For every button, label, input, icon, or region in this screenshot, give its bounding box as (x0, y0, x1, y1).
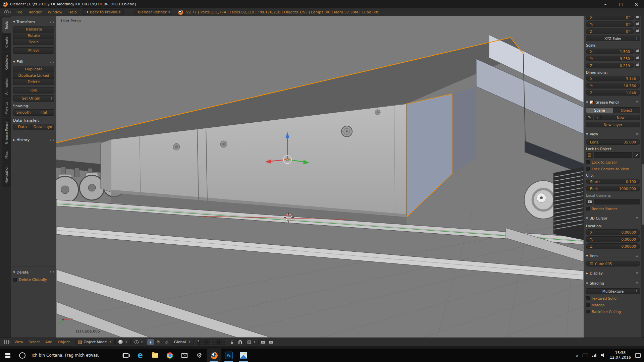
panel-grip-icon[interactable] (50, 60, 54, 63)
lock-button[interactable] (635, 28, 640, 34)
panel-grip-icon[interactable] (636, 101, 640, 104)
panel-header-item[interactable]: Item (586, 252, 640, 259)
tab-grease-pencil[interactable]: Grease Pencil (2, 118, 11, 147)
layer-cell[interactable] (203, 340, 205, 342)
render-engine-dropdown[interactable]: Blender Render (135, 9, 172, 15)
layer-cell[interactable] (212, 340, 214, 342)
lock-button[interactable] (635, 63, 640, 68)
backface-culling-row[interactable]: Backface Culling (586, 309, 640, 314)
transform-orientation-dropdown[interactable]: Global (171, 339, 194, 345)
render-border-row[interactable]: Render Border (586, 206, 640, 212)
matcap-row[interactable]: Matcap (586, 302, 640, 308)
speaker-icon[interactable] (601, 353, 605, 357)
panel-header-display[interactable]: Display (586, 270, 640, 277)
3d-viewport[interactable]: User Persp (1) Cube.005 (56, 16, 584, 338)
opengl-render-anim-button[interactable] (267, 339, 275, 345)
duplicate-button[interactable]: Duplicate (13, 66, 54, 72)
layer-cell[interactable] (205, 340, 208, 342)
panel-grip-icon[interactable] (636, 272, 640, 275)
checkbox-icon[interactable] (586, 167, 590, 171)
flat-button[interactable]: Flat (34, 109, 54, 116)
camera-picker-field[interactable] (594, 199, 640, 204)
layer-cell[interactable] (220, 340, 222, 342)
tray-expand-icon[interactable] (576, 353, 578, 358)
rotation-y-field[interactable]: Y:0° (586, 21, 634, 27)
layer-cell[interactable] (217, 340, 220, 342)
viewport-menu-select[interactable]: Select (26, 340, 42, 344)
layer-cell[interactable] (215, 342, 217, 345)
rotation-z-field[interactable]: Z:0° (586, 28, 634, 34)
scene-lock-button[interactable] (228, 339, 236, 345)
layer-cell[interactable] (223, 342, 225, 345)
layer-cell[interactable] (200, 342, 202, 345)
object-picker-icon-button[interactable] (586, 152, 593, 158)
panel-grip-icon[interactable] (636, 133, 640, 136)
tab-relations[interactable]: Relations (2, 52, 11, 74)
manipulator-translate-toggle[interactable] (147, 339, 154, 345)
network-icon[interactable] (592, 354, 596, 357)
panel-header-grease-pencil[interactable]: Grease Pencil (586, 99, 640, 106)
panel-grip-icon[interactable] (50, 271, 54, 274)
tab-physics[interactable]: Physics (2, 99, 11, 117)
layer-cell[interactable] (217, 342, 220, 345)
panel-header-history[interactable]: History (13, 137, 54, 143)
layer-cell[interactable] (208, 342, 210, 345)
taskbar-clock[interactable]: 15:38 12.07.2016 (610, 351, 631, 360)
lock-button[interactable] (635, 21, 640, 27)
new-button[interactable]: New (601, 115, 640, 120)
layer-cell[interactable] (200, 340, 202, 342)
touch-keyboard-icon[interactable] (583, 354, 588, 357)
panel-header-delete[interactable]: Delete (13, 269, 54, 275)
properties-scrollbar[interactable] (641, 16, 644, 338)
cursor-x-field[interactable]: X:0.00000 (586, 229, 640, 235)
task-view-button[interactable] (119, 349, 133, 362)
panel-header-shading[interactable]: Shading (586, 280, 640, 287)
layer-cell[interactable] (223, 340, 225, 342)
scale-button[interactable]: Scale (13, 39, 54, 45)
scale-z-field[interactable]: Z:0.219 (586, 63, 634, 68)
cursor-y-field[interactable]: Y:0.00000 (586, 236, 640, 242)
taskbar-app-photoshop[interactable]: Ps (221, 349, 236, 362)
lock-camera-to-view-row[interactable]: Lock Camera to View (586, 166, 640, 172)
layer-cell[interactable] (220, 342, 222, 345)
taskbar-app-blender[interactable] (207, 349, 221, 362)
viewport-menu-add[interactable]: Add (43, 340, 55, 344)
panel-header-3d-cursor[interactable]: 3D Cursor (586, 215, 640, 222)
taskbar-app-settings[interactable] (192, 349, 207, 362)
lock-button[interactable] (635, 16, 640, 20)
layer-cell[interactable] (212, 342, 214, 345)
layer-group-2[interactable] (212, 340, 225, 345)
clip-end-field[interactable]: End:1000.000 (586, 186, 640, 191)
panel-grip-icon[interactable] (636, 254, 640, 257)
layers-widget[interactable] (197, 340, 225, 345)
eyedropper-button[interactable] (633, 152, 640, 158)
clip-start-field[interactable]: Start:0.100 (586, 179, 640, 184)
scrollbar-thumb[interactable] (642, 164, 644, 225)
smooth-button[interactable]: Smooth (13, 109, 34, 116)
mode-dropdown[interactable]: Object Mode (75, 339, 115, 345)
rotation-mode-dropdown[interactable]: XYZ Euler (586, 36, 640, 41)
data-button[interactable]: Data (13, 124, 32, 130)
panel-grip-icon[interactable] (50, 138, 54, 141)
viewport-scene[interactable] (56, 16, 584, 338)
panel-grip-icon[interactable] (636, 217, 640, 220)
layer-cell[interactable] (205, 342, 208, 345)
dimensions-x-field[interactable]: X:3.146 (586, 76, 640, 81)
tab-navigation[interactable]: Navigation (2, 162, 11, 187)
menu-window[interactable]: Window (45, 10, 65, 14)
menu-help[interactable]: Help (65, 10, 80, 14)
object-name-field[interactable]: Cube.005 (586, 261, 640, 266)
checkbox-icon[interactable] (586, 160, 590, 164)
editor-type-button[interactable] (4, 339, 11, 345)
maximize-button[interactable] (613, 0, 629, 8)
object-picker-field[interactable] (594, 152, 632, 158)
add-button[interactable]: + (594, 115, 601, 120)
minimize-button[interactable] (598, 0, 613, 8)
viewport-menu-view[interactable]: View (12, 340, 25, 344)
tab-scene[interactable]: Scene (586, 107, 613, 113)
camera-picker-icon-button[interactable] (586, 199, 593, 204)
set-origin-dropdown[interactable]: Set Origin (13, 95, 54, 102)
pivot-point-dropdown[interactable] (131, 339, 147, 345)
data-layout-button[interactable]: Data Layo (32, 124, 54, 130)
tab-create[interactable]: Create (2, 34, 11, 51)
